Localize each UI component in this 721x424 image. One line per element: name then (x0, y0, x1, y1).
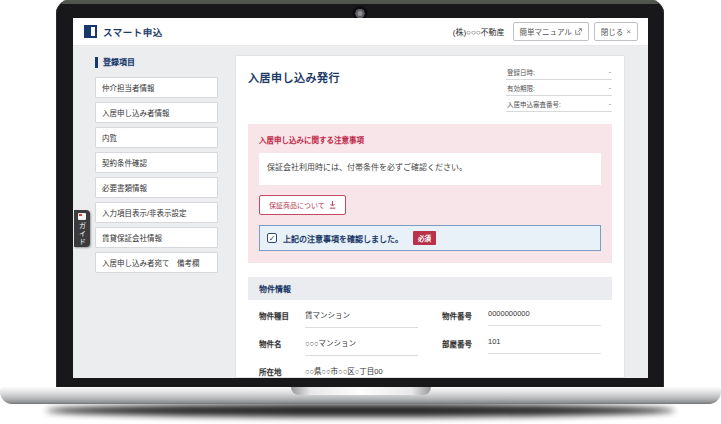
field-value: ○○○マンション (305, 337, 418, 356)
header-right: (株)○○○不動産 簡単マニュアル 閉じる × (453, 22, 638, 41)
app-header: スマート申込 (株)○○○不動産 簡単マニュアル 閉じる × (73, 18, 648, 46)
notice-section: 入居申し込みに関する注意事項 保証会社利用時には、付帯条件を必ずご確認ください。… (248, 124, 612, 263)
meta-label: 有効期限: (507, 83, 535, 93)
sidebar-heading: 登録項目 (95, 57, 218, 68)
notice-message: 保証会社利用時には、付帯条件を必ずご確認ください。 (259, 153, 601, 185)
required-badge: 必須 (413, 231, 436, 245)
field-property-number: 物件番号 0000000000 (442, 309, 601, 328)
laptop-shadow (46, 404, 675, 417)
guide-icon (78, 213, 86, 220)
field-label: 所在地 (259, 365, 305, 377)
meta-value: - (609, 100, 611, 107)
field-label: 物件種目 (259, 309, 305, 321)
meta-row-registered: 登録日時: - (506, 64, 612, 80)
close-button[interactable]: 閉じる × (594, 22, 638, 41)
app-title: スマート申込 (103, 25, 163, 39)
meta-label: 登録日時: (507, 67, 535, 77)
sidebar-item-field-visibility[interactable]: 入力項目表示/非表示設定 (95, 202, 218, 223)
table-row: 所在地 ○○県○○市○○区○丁目00 (259, 356, 601, 378)
sidebar-item-viewing[interactable]: 内覧 (95, 127, 218, 148)
main-panel: 入居申し込み発行 登録日時: - 有効期限: - 入居申込審査番号: - (235, 55, 625, 378)
manual-button-label: 簡単マニュアル (520, 26, 572, 37)
webcam-dot (356, 9, 365, 18)
external-link-icon (575, 28, 582, 35)
download-button-label: 保証商品について (269, 200, 325, 210)
panel-head: 入居申し込み発行 登録日時: - 有効期限: - 入居申込審査番号: - (248, 64, 612, 112)
field-address: 所在地 ○○県○○市○○区○丁目00 (259, 365, 601, 378)
laptop-screen: スマート申込 (株)○○○不動産 簡単マニュアル 閉じる × ガイド (73, 18, 648, 378)
property-body: 物件種目 賃マンション 物件番号 0000000000 物件名 ○ (248, 300, 612, 378)
field-property-type: 物件種目 賃マンション (259, 309, 418, 328)
meta-label: 入居申込審査番号: (507, 99, 561, 109)
table-row: 物件名 ○○○マンション 部屋番号 101 (259, 328, 601, 356)
download-icon (329, 201, 336, 209)
manual-button[interactable]: 簡単マニュアル (513, 22, 589, 41)
sidebar-item-required-documents[interactable]: 必要書類情報 (95, 177, 218, 198)
meta-row-screening-number: 入居申込審査番号: - (506, 96, 612, 112)
close-icon: × (626, 28, 631, 36)
sidebar: 登録項目 仲介担当者情報 入居申し込み者情報 内覧 契約条件確認 必要書類情報 … (73, 46, 218, 378)
guide-tab[interactable]: ガイド (74, 210, 90, 247)
notice-heading: 入居申し込みに関する注意事項 (259, 134, 601, 145)
app-body: ガイド 登録項目 仲介担当者情報 入居申し込み者情報 内覧 契約条件確認 必要書… (73, 46, 648, 378)
page-title: 入居申し込み発行 (248, 69, 340, 85)
meta-block: 登録日時: - 有効期限: - 入居申込審査番号: - (506, 64, 612, 112)
field-value: 101 (488, 337, 601, 354)
laptop-mockup: スマート申込 (株)○○○不動産 簡単マニュアル 閉じる × ガイド (0, 0, 721, 424)
meta-value: - (609, 68, 611, 75)
field-room-number: 部屋番号 101 (442, 337, 601, 356)
laptop-lid-edge (62, 0, 658, 4)
company-name: (株)○○○不動産 (453, 26, 505, 37)
guide-tab-label: ガイド (79, 222, 86, 246)
field-value: 賃マンション (305, 309, 418, 328)
sidebar-item-applicant-remarks[interactable]: 入居申し込み者宛て 備考欄 (95, 252, 218, 273)
field-label: 部屋番号 (442, 337, 488, 349)
sidebar-item-applicant-info[interactable]: 入居申し込み者情報 (95, 102, 218, 123)
field-value: 0000000000 (488, 309, 601, 326)
field-property-name: 物件名 ○○○マンション (259, 337, 418, 356)
guarantee-product-download-button[interactable]: 保証商品について (259, 195, 346, 215)
meta-value: - (609, 84, 611, 91)
sidebar-item-agent-info[interactable]: 仲介担当者情報 (95, 77, 218, 98)
confirm-row: ✓ 上記の注意事項を確認しました。 必須 (259, 225, 601, 251)
confirm-checkbox[interactable]: ✓ (267, 233, 277, 243)
field-label: 物件名 (259, 337, 305, 349)
sidebar-item-guarantor-company[interactable]: 賃貸保証会社情報 (95, 227, 218, 248)
table-row: 物件種目 賃マンション 物件番号 0000000000 (259, 300, 601, 328)
field-label: 物件番号 (442, 309, 488, 321)
sidebar-item-contract-conditions[interactable]: 契約条件確認 (95, 152, 218, 173)
property-section: 物件情報 物件種目 賃マンション 物件番号 0000000000 (248, 277, 612, 378)
field-value: ○○県○○市○○区○丁目00 (305, 365, 601, 378)
laptop-base-notch (291, 387, 431, 395)
close-button-label: 閉じる (601, 26, 624, 37)
confirm-label: 上記の注意事項を確認しました。 (283, 233, 403, 244)
app-logo-icon (84, 25, 97, 38)
property-heading: 物件情報 (248, 277, 612, 300)
meta-row-expiry: 有効期限: - (506, 80, 612, 96)
